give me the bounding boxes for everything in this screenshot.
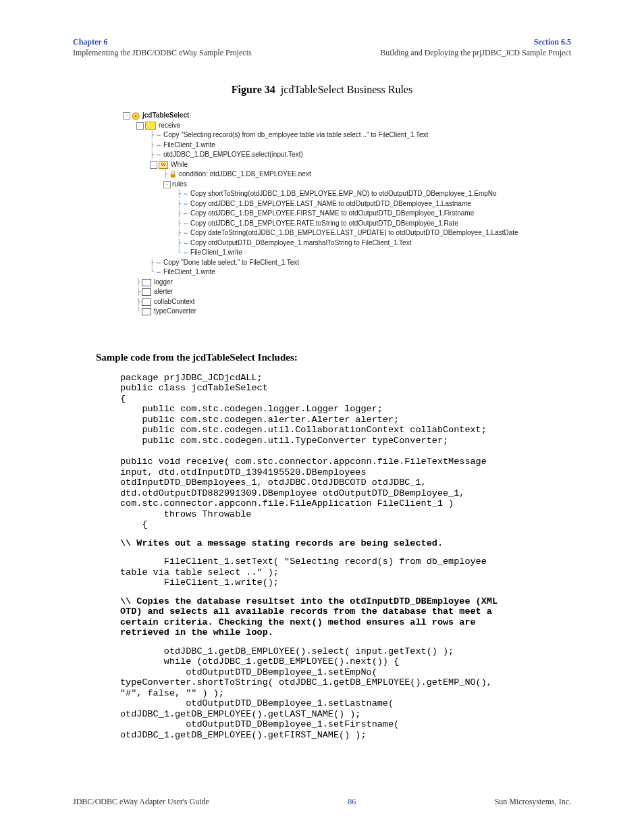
field-icon (142, 288, 151, 296)
condition-text: condition: otdJDBC_1.DB_EMPLOYEE.next (179, 170, 311, 180)
rule-text: FileClient_1.write (190, 248, 242, 258)
bidirectional-icon: ↔ (155, 150, 161, 160)
chapter-label: Chapter 6 (73, 36, 252, 47)
tree-rule: ├↔otdJDBC_1.DB_EMPLOYEE.select(input.Tex… (123, 150, 571, 160)
rule-text: Copy otdJDBC_1.DB_EMPLOYEE.RATE.toString… (190, 219, 458, 229)
bidirectional-icon: ↔ (155, 258, 161, 268)
tree-rule: ├↔FileClient_1.write (123, 140, 571, 151)
var-label: logger (154, 278, 173, 288)
code-comment: \\ Copies the database resultset into th… (120, 596, 571, 638)
rule-text: Copy "Selecting record(s) from db_employ… (163, 130, 428, 140)
tree-var: ├collabContext (123, 297, 571, 307)
tree-rule: ├↔Copy otdJDBC_1.DB_EMPLOYEE.FIRST_NAME … (123, 209, 571, 219)
tree-var: ├logger (123, 278, 571, 288)
bidirectional-icon: ↔ (182, 248, 188, 258)
tree-rule: ├↔Copy "Done table select." to FileClien… (123, 258, 571, 268)
section-subtitle: Building and Deploying the prjJDBC_JCD S… (380, 47, 571, 58)
while-label: While (171, 160, 188, 170)
tree-rule: ├↔Copy otdJDBC_1.DB_EMPLOYEE.LAST_NAME t… (123, 199, 571, 209)
while-icon: W (159, 161, 168, 169)
footer-doc-title: JDBC/ODBC eWay Adapter User's Guide (73, 797, 209, 807)
receive-label: receive (159, 121, 180, 131)
collapse-icon: - (136, 122, 144, 130)
var-label: alerter (154, 287, 173, 297)
collapse-icon: - (163, 181, 171, 188)
field-icon (142, 298, 151, 306)
rule-text: Copy otdJDBC_1.DB_EMPLOYEE.FIRST_NAME to… (190, 209, 474, 219)
rule-text: FileClient_1.write (163, 140, 215, 151)
bidirectional-icon: ↔ (182, 219, 188, 229)
chapter-subtitle: Implementing the JDBC/ODBC eWay Sample P… (73, 47, 252, 58)
rule-text: Copy dateToString(otdJDBC_1.DB_EMPLOYEE.… (190, 228, 518, 238)
tree-rule: ├↔Copy dateToString(otdJDBC_1.DB_EMPLOYE… (123, 228, 571, 238)
code-block: FileClient_1.setText( "Selecting record(… (120, 556, 571, 588)
code-comment: \\ Writes out a message stating records … (120, 538, 571, 549)
var-label: typeConverter (154, 307, 196, 317)
var-label: collabContext (154, 297, 195, 307)
business-rules-tree: - jcdTableSelect - receive ├↔Copy "Selec… (123, 111, 571, 317)
rule-text: FileClient_1.write (163, 267, 215, 278)
figure-caption: Figure 34 jcdTableSelect Business Rules (73, 84, 571, 96)
header-right: Section 6.5 Building and Deploying the p… (380, 36, 571, 58)
tree-rule: ├↔Copy "Selecting record(s) from db_empl… (123, 130, 571, 140)
tree-var: └typeConverter (123, 307, 571, 317)
sample-code-heading: Sample code from the jcdTableSelect Incl… (96, 352, 571, 363)
collapse-icon: - (150, 161, 157, 169)
svg-point-1 (135, 115, 137, 117)
code-block: package prjJDBC_JCDjcdALL; public class … (120, 373, 571, 530)
gear-icon (132, 112, 140, 120)
tree-rule: └↔FileClient_1.write (123, 248, 571, 258)
collapse-icon: - (123, 112, 130, 120)
bidirectional-icon: ↔ (155, 267, 161, 278)
bidirectional-icon: ↔ (182, 209, 188, 219)
footer-page-number: 86 (348, 797, 356, 807)
bidirectional-icon: ↔ (182, 238, 188, 249)
lock-icon: 🔒 (169, 170, 177, 180)
tree-rule: ├↔Copy otdOutputDTD_DBemployee_1.marshal… (123, 238, 571, 249)
tree-rule: ├↔Copy shortToString(otdJDBC_1.DB_EMPLOY… (123, 189, 571, 199)
field-icon (142, 279, 151, 286)
root-label: jcdTableSelect (142, 111, 189, 121)
method-icon (145, 122, 156, 130)
tree-node-while: - W While (123, 160, 571, 170)
bidirectional-icon: ↔ (182, 189, 188, 199)
page-footer: JDBC/ODBC eWay Adapter User's Guide 86 S… (73, 797, 571, 807)
bidirectional-icon: ↔ (182, 228, 188, 238)
page-header: Chapter 6 Implementing the JDBC/ODBC eWa… (73, 36, 571, 58)
rule-text: otdJDBC_1.DB_EMPLOYEE.select(input.Text) (163, 150, 303, 160)
tree-node-rules: - rules (123, 180, 571, 190)
tree-rule: └↔FileClient_1.write (123, 267, 571, 278)
rules-label: rules (172, 180, 187, 190)
footer-company: Sun Microsystems, Inc. (495, 797, 571, 807)
section-label: Section 6.5 (380, 36, 571, 47)
figure-number: Figure 34 (232, 84, 275, 95)
header-left: Chapter 6 Implementing the JDBC/ODBC eWa… (73, 36, 252, 58)
rule-text: Copy otdOutputDTD_DBemployee_1.marshalTo… (190, 238, 411, 249)
tree-root: - jcdTableSelect (123, 111, 571, 121)
rule-text: Copy otdJDBC_1.DB_EMPLOYEE.LAST_NAME to … (190, 199, 471, 209)
rule-text: Copy "Done table select." to FileClient_… (163, 258, 299, 268)
tree-rule: ├↔Copy otdJDBC_1.DB_EMPLOYEE.RATE.toStri… (123, 219, 571, 229)
tree-var: ├alerter (123, 287, 571, 297)
bidirectional-icon: ↔ (182, 199, 188, 209)
bidirectional-icon: ↔ (155, 130, 161, 140)
tree-node-receive: - receive (123, 121, 571, 131)
tree-condition: ├ 🔒 condition: otdJDBC_1.DB_EMPLOYEE.nex… (123, 170, 571, 180)
document-page: Chapter 6 Implementing the JDBC/ODBC eWa… (0, 0, 644, 834)
field-icon (142, 308, 151, 315)
figure-title-text: jcdTableSelect Business Rules (281, 84, 412, 95)
rule-text: Copy shortToString(otdJDBC_1.DB_EMPLOYEE… (190, 189, 497, 199)
code-block: otdJDBC_1.getDB_EMPLOYEE().select( input… (120, 646, 571, 741)
bidirectional-icon: ↔ (155, 140, 161, 151)
